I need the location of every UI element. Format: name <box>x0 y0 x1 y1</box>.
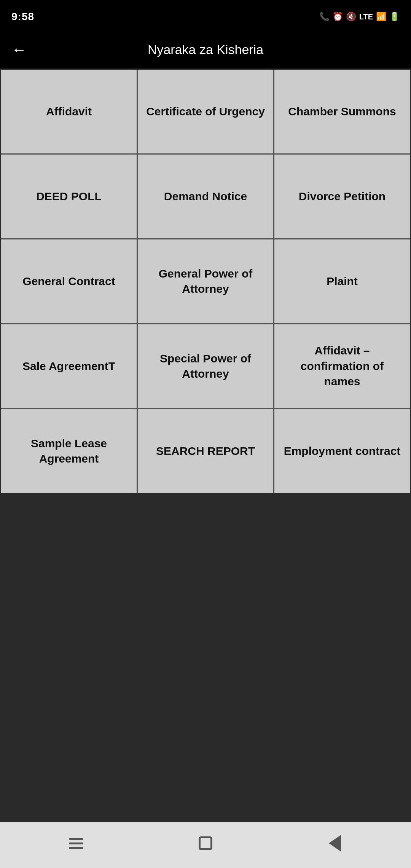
grid-item-label-employment-contract: Employment contract <box>284 444 401 459</box>
call-icon: 📞 <box>319 12 330 22</box>
grid-item-label-chamber-summons: Chamber Summons <box>288 104 396 120</box>
grid-item-label-plaint: Plaint <box>327 274 358 289</box>
back-icon <box>329 835 341 852</box>
recent-apps-button[interactable] <box>61 832 91 855</box>
grid-item-label-search-report: SEARCH REPORT <box>156 444 255 459</box>
home-button[interactable] <box>190 832 221 855</box>
grid-item-label-demand-notice: Demand Notice <box>164 189 247 204</box>
grid-item-label-affidavit-confirmation: Affidavit – confirmation of names <box>282 343 402 389</box>
grid-item-plaint[interactable]: Plaint <box>274 239 410 323</box>
back-button-nav[interactable] <box>320 832 350 855</box>
grid-item-general-contract[interactable]: General Contract <box>1 239 137 323</box>
grid-item-deed-poll[interactable]: DEED POLL <box>1 155 137 238</box>
grid-item-sample-lease-agreement[interactable]: Sample Lease Agreement <box>1 409 137 493</box>
grid-item-label-sale-agreement: Sale AgreementT <box>22 359 115 374</box>
document-grid: AffidavitCertificate of UrgencyChamber S… <box>1 70 410 493</box>
back-button[interactable]: ← <box>11 41 27 58</box>
grid-item-label-general-contract: General Contract <box>22 274 115 289</box>
battery-icon: 🔋 <box>389 12 400 22</box>
grid-item-label-special-power-of-attorney: Special Power of Attorney <box>145 351 266 382</box>
grid-item-search-report[interactable]: SEARCH REPORT <box>138 409 273 493</box>
signal-icon: 📶 <box>376 12 386 22</box>
document-grid-container: AffidavitCertificate of UrgencyChamber S… <box>0 69 411 822</box>
grid-item-employment-contract[interactable]: Employment contract <box>274 409 410 493</box>
recent-apps-icon <box>69 838 83 849</box>
grid-item-label-affidavit: Affidavit <box>46 104 92 120</box>
grid-item-label-general-power-of-attorney: General Power of Attorney <box>145 266 266 297</box>
grid-item-label-deed-poll: DEED POLL <box>36 189 102 204</box>
grid-item-label-divorce-petition: Divorce Petition <box>299 189 386 204</box>
grid-item-sale-agreement[interactable]: Sale AgreementT <box>1 324 137 408</box>
alarm-icon: ⏰ <box>333 12 343 22</box>
home-icon <box>199 836 212 850</box>
grid-item-demand-notice[interactable]: Demand Notice <box>138 155 273 238</box>
top-navigation: ← Nyaraka za Kisheria <box>0 30 411 69</box>
grid-item-general-power-of-attorney[interactable]: General Power of Attorney <box>138 239 273 323</box>
grid-item-special-power-of-attorney[interactable]: Special Power of Attorney <box>138 324 273 408</box>
grid-item-label-sample-lease-agreement: Sample Lease Agreement <box>9 436 129 467</box>
bottom-navigation <box>0 822 411 868</box>
grid-item-divorce-petition[interactable]: Divorce Petition <box>274 155 410 238</box>
grid-item-affidavit[interactable]: Affidavit <box>1 70 137 153</box>
grid-item-affidavit-confirmation[interactable]: Affidavit – confirmation of names <box>274 324 410 408</box>
mute-icon: 🔇 <box>346 12 356 22</box>
lte-icon: LTE <box>359 13 373 21</box>
status-icons: 📞 ⏰ 🔇 LTE 📶 🔋 <box>319 12 400 22</box>
grid-item-chamber-summons[interactable]: Chamber Summons <box>274 70 410 153</box>
status-time: 9:58 <box>11 11 34 23</box>
grid-item-label-certificate-of-urgency: Certificate of Urgency <box>146 104 265 120</box>
grid-item-certificate-of-urgency[interactable]: Certificate of Urgency <box>138 70 273 153</box>
page-title: Nyaraka za Kisheria <box>38 42 373 57</box>
status-bar: 9:58 📞 ⏰ 🔇 LTE 📶 🔋 <box>0 0 411 30</box>
